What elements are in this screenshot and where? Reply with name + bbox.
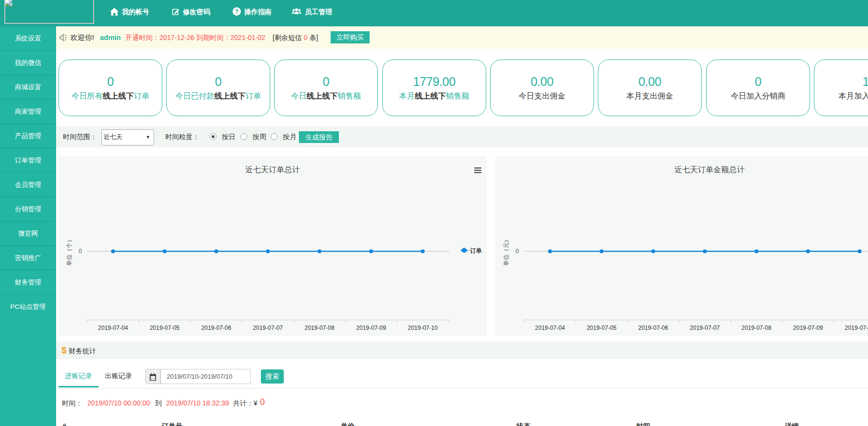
svg-text:2019-07-05: 2019-07-05 bbox=[587, 325, 617, 331]
svg-text:近七天订单金额总计: 近七天订单金额总计 bbox=[674, 165, 745, 174]
svg-text:2019-07-08: 2019-07-08 bbox=[305, 325, 335, 331]
svg-text:订单: 订单 bbox=[470, 247, 482, 254]
svg-text:2019-07-05: 2019-07-05 bbox=[150, 325, 180, 331]
svg-text:?: ? bbox=[235, 8, 238, 15]
svg-text:2019-07-07: 2019-07-07 bbox=[253, 325, 283, 331]
svg-text:2019-07-06: 2019-07-06 bbox=[201, 325, 232, 331]
svg-text:2019-07-09: 2019-07-09 bbox=[793, 325, 823, 331]
svg-text:2019-07-08: 2019-07-08 bbox=[742, 325, 772, 331]
svg-text:2019-07-04: 2019-07-04 bbox=[535, 325, 565, 331]
svg-text:单位（个）: 单位（个） bbox=[66, 237, 73, 266]
svg-text:2019-07-10: 2019-07-10 bbox=[408, 325, 438, 331]
svg-text:近七天订单总计: 近七天订单总计 bbox=[245, 165, 300, 174]
svg-text:2019-07-10: 2019-07-10 bbox=[845, 325, 868, 331]
svg-text:0: 0 bbox=[515, 248, 519, 255]
svg-text:0: 0 bbox=[79, 248, 82, 255]
svg-text:2019-07-04: 2019-07-04 bbox=[98, 325, 128, 331]
svg-text:2019-07-07: 2019-07-07 bbox=[690, 325, 720, 331]
svg-text:单位（元）: 单位（元） bbox=[503, 237, 510, 266]
svg-text:2019-07-06: 2019-07-06 bbox=[638, 325, 669, 331]
svg-text:2019-07-09: 2019-07-09 bbox=[356, 325, 386, 331]
